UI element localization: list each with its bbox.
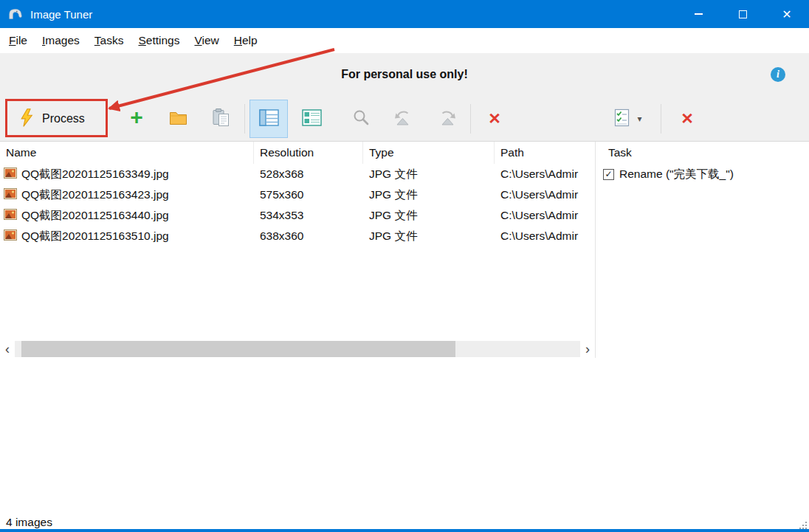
scroll-left-arrow[interactable]: ‹ — [0, 340, 15, 358]
menu-bar: File Images Tasks Settings View Help — [0, 28, 809, 53]
file-name-cell: QQ截图20201125163510.jpg — [0, 229, 254, 244]
view-details-button[interactable] — [249, 100, 288, 138]
file-name-cell: QQ截图20201125163349.jpg — [0, 167, 254, 182]
resolution-cell: 534x353 — [254, 209, 363, 222]
column-header-name[interactable]: Name — [0, 142, 254, 164]
close-button[interactable]: ✕ — [765, 0, 809, 28]
minimize-button[interactable] — [676, 0, 720, 28]
close-icon: ✕ — [782, 7, 791, 21]
type-cell: JPG 文件 — [363, 208, 495, 224]
file-name: QQ截图20201125163423.jpg — [21, 187, 169, 203]
column-header-resolution[interactable]: Resolution — [254, 142, 363, 164]
window-controls: ✕ — [676, 0, 809, 28]
image-thumbnail-icon — [4, 167, 17, 182]
clipboard-paste-icon — [213, 108, 230, 130]
file-list-pane: Name Resolution Type Path QQ截图2020112516… — [0, 142, 596, 358]
type-cell: JPG 文件 — [363, 229, 495, 244]
file-name-cell: QQ截图20201125163440.jpg — [0, 208, 254, 224]
resolution-cell: 638x360 — [254, 229, 363, 243]
path-cell: C:\Users\Admir — [495, 209, 595, 222]
task-checkbox[interactable]: ✓ — [603, 169, 614, 180]
folder-icon — [169, 110, 187, 128]
table-row[interactable]: QQ截图20201125163440.jpg 534x353 JPG 文件 C:… — [0, 205, 595, 226]
horizontal-scrollbar[interactable]: ‹ › — [0, 340, 595, 358]
process-button-label: Process — [42, 112, 85, 125]
type-cell: JPG 文件 — [363, 187, 495, 203]
image-thumbnail-icon — [4, 188, 17, 202]
file-name: QQ截图20201125163440.jpg — [21, 208, 169, 224]
toolbar-separator — [470, 104, 471, 134]
minimize-icon — [695, 13, 703, 15]
task-label: Rename ("完美下载_") — [619, 167, 734, 182]
menu-item-settings[interactable]: Settings — [131, 30, 187, 51]
rotate-left-icon — [394, 109, 413, 129]
menu-item-images[interactable]: Images — [35, 30, 87, 51]
scrollbar-track[interactable] — [15, 341, 580, 357]
toolbar-separator — [244, 104, 245, 134]
rotate-right-button[interactable] — [427, 100, 466, 138]
resolution-cell: 528x368 — [254, 167, 363, 181]
path-cell: C:\Users\Admir — [495, 188, 595, 201]
menu-item-view[interactable]: View — [187, 30, 226, 51]
plus-icon: + — [130, 106, 143, 128]
app-elephant-icon — [7, 6, 24, 22]
task-item-rename[interactable]: ✓ Rename ("完美下载_") — [596, 164, 809, 184]
scroll-right-arrow[interactable]: › — [580, 340, 595, 358]
view-thumbnails-button[interactable] — [292, 100, 331, 138]
remove-task-button[interactable]: ✕ — [668, 100, 706, 138]
type-cell: JPG 文件 — [363, 167, 495, 182]
remove-images-button[interactable]: ✕ — [475, 100, 514, 138]
resolution-cell: 575x360 — [254, 188, 363, 201]
table-row[interactable]: QQ截图20201125163423.jpg 575x360 JPG 文件 C:… — [0, 184, 595, 205]
maximize-button[interactable] — [720, 0, 765, 28]
process-button[interactable]: Process — [10, 102, 94, 136]
paste-button[interactable] — [202, 100, 240, 138]
status-bar: 4 images — [0, 516, 809, 529]
column-header-path[interactable]: Path — [495, 142, 595, 164]
tasks-dropdown-button[interactable]: ▾ — [599, 100, 657, 138]
checklist-icon — [614, 108, 630, 130]
file-name: QQ截图20201125163510.jpg — [21, 229, 169, 244]
preview-button[interactable] — [342, 100, 380, 138]
toolbar-separator — [661, 104, 661, 134]
maximize-icon — [739, 10, 747, 18]
rotate-right-icon — [438, 109, 456, 129]
details-view-icon — [259, 109, 279, 129]
magnifier-icon — [353, 109, 370, 129]
path-cell: C:\Users\Admir — [495, 229, 595, 243]
table-row[interactable]: QQ截图20201125163349.jpg 528x368 JPG 文件 C:… — [0, 164, 595, 184]
file-name: QQ截图20201125163349.jpg — [21, 167, 169, 182]
banner-text: For personal use only! — [341, 68, 468, 81]
delete-icon: ✕ — [488, 110, 501, 128]
main-area: Name Resolution Type Path QQ截图2020112516… — [0, 142, 809, 516]
task-pane: Task ✓ Rename ("完美下载_") — [596, 142, 809, 358]
lightning-icon — [19, 108, 34, 131]
title-bar: Image Tuner ✕ — [0, 0, 809, 28]
window-title: Image Tuner — [30, 8, 92, 21]
menu-item-tasks[interactable]: Tasks — [87, 30, 131, 51]
status-text: 4 images — [6, 516, 52, 529]
menu-item-file[interactable]: File — [1, 30, 35, 51]
file-name-cell: QQ截图20201125163423.jpg — [0, 187, 254, 203]
license-banner: For personal use only! i — [0, 53, 809, 96]
column-header-type[interactable]: Type — [363, 142, 495, 164]
table-row[interactable]: QQ截图20201125163510.jpg 638x360 JPG 文件 C:… — [0, 226, 595, 246]
bottom-edge-strip — [0, 529, 809, 532]
info-icon[interactable]: i — [771, 67, 785, 82]
rotate-left-button[interactable] — [384, 100, 422, 138]
delete-task-icon: ✕ — [681, 110, 694, 128]
image-thumbnail-icon — [4, 229, 17, 243]
menu-item-help[interactable]: Help — [227, 30, 265, 51]
scrollbar-thumb[interactable] — [21, 341, 455, 357]
add-images-button[interactable]: + — [117, 100, 156, 138]
image-thumbnail-icon — [4, 209, 17, 223]
table-header: Name Resolution Type Path — [0, 142, 595, 164]
path-cell: C:\Users\Admir — [495, 167, 595, 181]
add-folder-button[interactable] — [159, 100, 197, 138]
task-panel-header: Task — [596, 142, 809, 164]
thumbnails-view-icon — [302, 109, 322, 129]
chevron-down-icon: ▾ — [637, 114, 641, 124]
toolbar: Process + — [0, 96, 809, 142]
